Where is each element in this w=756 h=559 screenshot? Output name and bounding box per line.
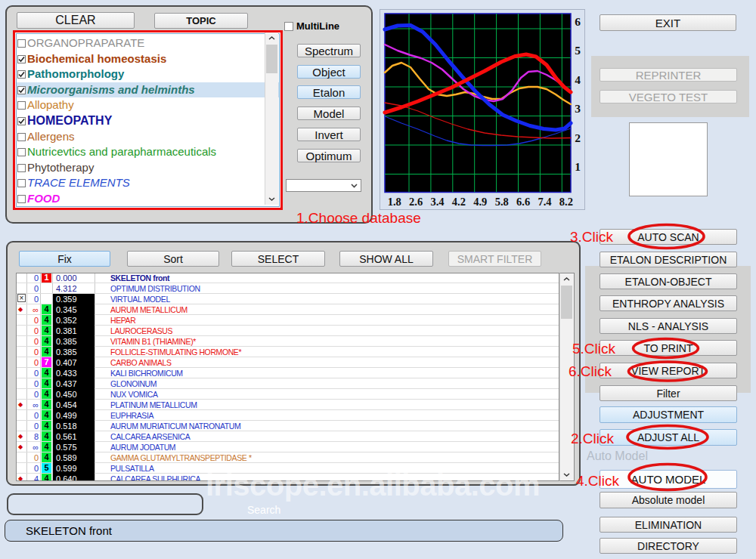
svg-text:6.6: 6.6 xyxy=(516,196,530,208)
svg-text:4.2: 4.2 xyxy=(452,196,466,208)
svg-text:7.4: 7.4 xyxy=(538,196,551,208)
svg-text:2: 2 xyxy=(575,131,581,144)
svg-text:6: 6 xyxy=(575,15,581,28)
svg-text:3.4: 3.4 xyxy=(430,196,444,208)
svg-text:4.9: 4.9 xyxy=(473,196,487,208)
svg-text:3: 3 xyxy=(575,102,581,115)
svg-text:4: 4 xyxy=(575,73,581,86)
svg-text:2.6: 2.6 xyxy=(409,196,423,208)
svg-text:5: 5 xyxy=(575,44,581,57)
svg-text:5.8: 5.8 xyxy=(495,196,509,208)
svg-text:8.2: 8.2 xyxy=(559,196,573,208)
svg-text:1.8: 1.8 xyxy=(388,196,401,208)
svg-text:1: 1 xyxy=(575,160,581,173)
